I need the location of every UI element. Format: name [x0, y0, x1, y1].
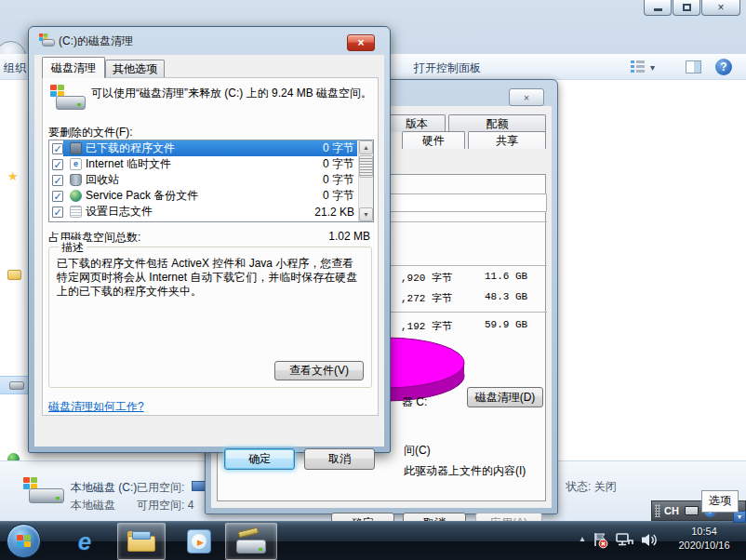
checkbox-checked[interactable]: ✓ — [52, 175, 63, 186]
drive-label-fragment: 器 C: — [402, 394, 427, 410]
description-text: 已下载的程序文件包括 ActiveX 控件和 Java 小程序，您查看特定网页时… — [57, 257, 364, 299]
downloaded-program-files-icon — [70, 142, 82, 154]
disk-cleanup-dialog: (C:)的磁盘清理 × 磁盘清理 其他选项 可以使用“磁盘清理”来释放 (C:)… — [28, 26, 391, 453]
ok-button[interactable]: 确定 — [224, 448, 295, 470]
disk-title: 本地磁盘 (C:) — [71, 480, 137, 496]
taskbar: e ▶ ▲ — [0, 521, 746, 560]
local-disk-icon — [23, 477, 66, 509]
capacity-gb-value: 59.9 GB — [485, 319, 527, 330]
checkbox-checked[interactable]: ✓ — [52, 159, 63, 170]
media-player-icon: ▶ — [187, 529, 211, 553]
volume-icon[interactable] — [641, 532, 659, 548]
close-icon: × — [717, 1, 724, 14]
recycle-bin-icon — [70, 174, 82, 186]
checkbox-checked[interactable]: ✓ — [52, 207, 63, 218]
scroll-up-icon[interactable]: ▲ — [359, 140, 373, 154]
views-icon[interactable] — [631, 60, 645, 73]
clock-date: 2020/10/16 — [668, 539, 740, 553]
taskbar-media-player[interactable]: ▶ — [177, 523, 221, 560]
organize-menu[interactable]: 组织 — [4, 60, 26, 76]
view-files-button[interactable]: 查看文件(V) — [274, 361, 364, 380]
desktop: × ← ▾ 搜索 计算机 组织 — [0, 0, 746, 560]
disk-cleanup-icon — [50, 85, 87, 114]
windows-flag-icon — [17, 535, 31, 547]
show-hidden-icons[interactable]: ▲ — [579, 535, 586, 543]
disk-cleanup-button[interactable]: 磁盘清理(D) — [467, 387, 543, 407]
network-icon[interactable] — [616, 532, 634, 548]
tab-version[interactable]: 版本 — [388, 114, 446, 132]
tab-quota[interactable]: 配额 — [448, 114, 546, 132]
disk-cleanup-title-icon — [39, 33, 56, 47]
total-space-value: 1.02 MB — [328, 230, 374, 246]
scroll-down-icon[interactable]: ▼ — [359, 207, 373, 221]
properties-close-button[interactable]: × — [509, 88, 544, 106]
start-button[interactable] — [7, 524, 41, 558]
how-it-works-link[interactable]: 磁盘清理如何工作? — [48, 399, 144, 415]
cleanup-tab-page: 可以使用“磁盘清理”来释放 (C:) 上的 9.24 MB 磁盘空间。 要删除的… — [42, 77, 379, 416]
list-item[interactable]: ✓ 已下载的程序文件0 字节 — [49, 140, 373, 156]
tab-hardware[interactable]: 硬件 — [402, 131, 465, 149]
cancel-button[interactable]: 取消 — [304, 448, 375, 470]
minimize-button[interactable] — [644, 0, 672, 16]
scroll-thumb[interactable] — [359, 155, 373, 178]
list-item[interactable]: ✓ 回收站0 字节 — [49, 172, 373, 188]
free-gb-value: 48.3 GB — [485, 291, 527, 302]
close-icon: × — [357, 36, 364, 49]
used-space-label: 已用空间: — [137, 480, 184, 496]
list-item[interactable]: ✓ Service Pack 备份文件0 字节 — [49, 188, 373, 204]
description-groupbox: 描述 已下载的程序文件包括 ActiveX 控件和 Java 小程序，您查看特定… — [48, 247, 372, 388]
list-item[interactable]: ✓ eInternet 临时文件0 字节 — [49, 156, 373, 172]
folder-icon — [127, 531, 155, 552]
dialog-body: 磁盘清理 其他选项 可以使用“磁盘清理”来释放 (C:) 上的 9.24 MB … — [34, 55, 384, 447]
maximize-button[interactable] — [673, 0, 700, 16]
options-button[interactable]: 选项 — [701, 490, 739, 513]
taskbar-clock[interactable]: 10:54 2020/10/16 — [668, 525, 740, 553]
files-listbox: ✓ 已下载的程序文件0 字节 ✓ eInternet 临时文件0 字节 ✓ 回收… — [48, 140, 374, 222]
sidebar-item-computer[interactable] — [0, 376, 28, 394]
taskbar-disk-cleanup[interactable] — [225, 523, 277, 560]
intro-text: 可以使用“磁盘清理”来释放 (C:) 上的 9.24 MB 磁盘空间。 — [91, 86, 372, 100]
compress-checkbox-fragment[interactable]: 间(C) — [404, 443, 431, 459]
keyboard-icon[interactable] — [685, 506, 699, 515]
setup-log-icon — [70, 206, 82, 218]
index-checkbox-fragment[interactable]: 此驱动器上文件的内容(I) — [404, 463, 526, 479]
files-to-delete-label: 要删除的文件(F): — [48, 125, 133, 140]
minimize-icon — [654, 8, 662, 11]
close-button[interactable]: × — [701, 0, 740, 16]
views-dropdown-icon[interactable]: ▾ — [650, 62, 655, 73]
tab-sharing[interactable]: 共享 — [468, 131, 546, 149]
free-space-label: 可用空间: 4 — [137, 498, 193, 513]
favorites-star-icon[interactable]: ★ — [7, 169, 19, 183]
action-center-flag-icon[interactable] — [593, 532, 608, 549]
internet-explorer-icon: e — [78, 527, 91, 556]
language-indicator[interactable]: CH — [664, 505, 679, 516]
used-gb-value: 11.6 GB — [485, 271, 527, 282]
clock-time: 10:54 — [668, 525, 740, 539]
dialog-title: (C:)的磁盘清理 — [59, 33, 133, 49]
checkbox-checked[interactable]: ✓ — [52, 143, 63, 154]
libraries-folder-icon[interactable] — [7, 270, 21, 280]
status-label: 状态: 关闭 — [566, 479, 617, 495]
internet-temp-files-icon: e — [70, 158, 82, 170]
list-item[interactable]: ✓ 设置日志文件21.2 KB — [49, 204, 373, 220]
help-icon[interactable]: ? — [715, 59, 732, 75]
taskbar-explorer[interactable] — [117, 523, 166, 560]
description-legend: 描述 — [59, 240, 87, 256]
grip-icon[interactable] — [655, 504, 660, 517]
disk-subtitle: 本地磁盘 — [71, 498, 115, 513]
checkbox-checked[interactable]: ✓ — [52, 191, 63, 202]
explorer-titlebar[interactable]: × — [0, 0, 746, 26]
maximize-icon — [683, 4, 691, 11]
dialog-close-button[interactable]: × — [347, 34, 375, 51]
preview-pane-icon[interactable] — [686, 60, 701, 73]
open-control-panel-button[interactable]: 打开控制面板 — [414, 60, 481, 76]
computer-disk-icon — [9, 381, 24, 390]
service-pack-icon — [70, 190, 82, 202]
close-icon: × — [524, 92, 529, 103]
tab-disk-cleanup[interactable]: 磁盘清理 — [42, 57, 105, 78]
list-scrollbar[interactable]: ▲ ▼ — [358, 140, 373, 221]
taskbar-internet-explorer[interactable]: e — [63, 523, 106, 560]
disk-cleanup-taskbar-icon — [236, 529, 266, 553]
tab-more-options[interactable]: 其他选项 — [105, 60, 165, 78]
